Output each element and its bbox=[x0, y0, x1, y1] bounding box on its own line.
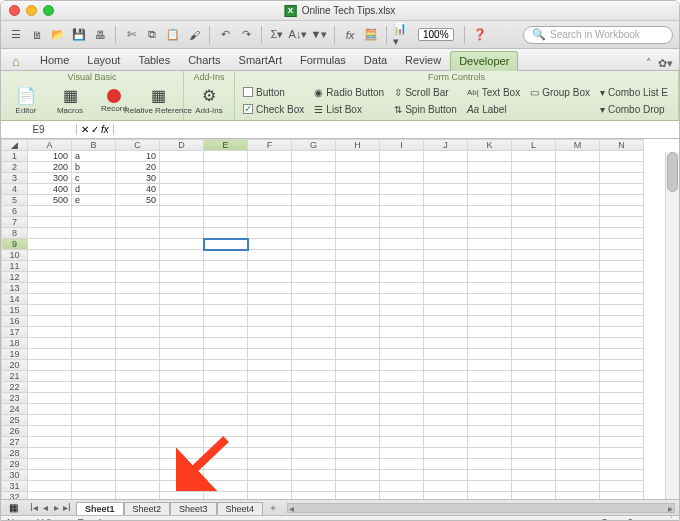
horizontal-scrollbar[interactable]: ◂ ▸ bbox=[287, 503, 675, 513]
button-control[interactable]: Button bbox=[239, 86, 308, 99]
row-header-10[interactable]: 10 bbox=[2, 250, 28, 261]
cell-K27[interactable] bbox=[468, 437, 512, 448]
cell-M10[interactable] bbox=[556, 250, 600, 261]
cell-B4[interactable]: d bbox=[72, 184, 116, 195]
cell-N24[interactable] bbox=[600, 404, 644, 415]
cell-C4[interactable]: 40 bbox=[116, 184, 160, 195]
cell-K11[interactable] bbox=[468, 261, 512, 272]
cell-A22[interactable] bbox=[28, 382, 72, 393]
cell-A32[interactable] bbox=[28, 492, 72, 500]
cell-M30[interactable] bbox=[556, 470, 600, 481]
ribbon-tab-charts[interactable]: Charts bbox=[179, 50, 229, 70]
open-icon[interactable]: 📂 bbox=[49, 26, 67, 44]
cell-F12[interactable] bbox=[248, 272, 292, 283]
cell-F18[interactable] bbox=[248, 338, 292, 349]
cell-N15[interactable] bbox=[600, 305, 644, 316]
cell-A12[interactable] bbox=[28, 272, 72, 283]
cell-D15[interactable] bbox=[160, 305, 204, 316]
cell-N8[interactable] bbox=[600, 228, 644, 239]
cell-I20[interactable] bbox=[380, 360, 424, 371]
cell-B31[interactable] bbox=[72, 481, 116, 492]
cell-K1[interactable] bbox=[468, 151, 512, 162]
cell-K6[interactable] bbox=[468, 206, 512, 217]
cell-G20[interactable] bbox=[292, 360, 336, 371]
cell-J25[interactable] bbox=[424, 415, 468, 426]
cell-D12[interactable] bbox=[160, 272, 204, 283]
cell-D16[interactable] bbox=[160, 316, 204, 327]
cell-I15[interactable] bbox=[380, 305, 424, 316]
row-header-1[interactable]: 1 bbox=[2, 151, 28, 162]
cell-A14[interactable] bbox=[28, 294, 72, 305]
cell-E16[interactable] bbox=[204, 316, 248, 327]
cell-D10[interactable] bbox=[160, 250, 204, 261]
ribbon-expand-icon[interactable]: ˄ bbox=[646, 57, 652, 70]
col-header-G[interactable]: G bbox=[292, 140, 336, 151]
cell-I26[interactable] bbox=[380, 426, 424, 437]
col-header-K[interactable]: K bbox=[468, 140, 512, 151]
cell-B17[interactable] bbox=[72, 327, 116, 338]
cell-N28[interactable] bbox=[600, 448, 644, 459]
cell-F17[interactable] bbox=[248, 327, 292, 338]
ribbon-tab-layout[interactable]: Layout bbox=[78, 50, 129, 70]
cell-N22[interactable] bbox=[600, 382, 644, 393]
relative-reference-button[interactable]: ▦Relative Reference bbox=[137, 84, 179, 118]
cell-F5[interactable] bbox=[248, 195, 292, 206]
row-header-16[interactable]: 16 bbox=[2, 316, 28, 327]
cell-D13[interactable] bbox=[160, 283, 204, 294]
cell-G26[interactable] bbox=[292, 426, 336, 437]
cell-C24[interactable] bbox=[116, 404, 160, 415]
cell-E9[interactable] bbox=[204, 239, 248, 250]
cell-M29[interactable] bbox=[556, 459, 600, 470]
row-header-15[interactable]: 15 bbox=[2, 305, 28, 316]
cell-G4[interactable] bbox=[292, 184, 336, 195]
cell-K14[interactable] bbox=[468, 294, 512, 305]
cell-J19[interactable] bbox=[424, 349, 468, 360]
cell-E29[interactable] bbox=[204, 459, 248, 470]
col-header-J[interactable]: J bbox=[424, 140, 468, 151]
cell-M20[interactable] bbox=[556, 360, 600, 371]
cell-K5[interactable] bbox=[468, 195, 512, 206]
cell-J29[interactable] bbox=[424, 459, 468, 470]
cell-G32[interactable] bbox=[292, 492, 336, 500]
cell-G5[interactable] bbox=[292, 195, 336, 206]
cell-A17[interactable] bbox=[28, 327, 72, 338]
cell-H10[interactable] bbox=[336, 250, 380, 261]
col-header-M[interactable]: M bbox=[556, 140, 600, 151]
cell-B15[interactable] bbox=[72, 305, 116, 316]
cell-G1[interactable] bbox=[292, 151, 336, 162]
cell-F20[interactable] bbox=[248, 360, 292, 371]
cell-C13[interactable] bbox=[116, 283, 160, 294]
cell-K30[interactable] bbox=[468, 470, 512, 481]
cell-N1[interactable] bbox=[600, 151, 644, 162]
cell-L6[interactable] bbox=[512, 206, 556, 217]
cell-D30[interactable] bbox=[160, 470, 204, 481]
cell-E13[interactable] bbox=[204, 283, 248, 294]
cell-E2[interactable] bbox=[204, 162, 248, 173]
cell-L10[interactable] bbox=[512, 250, 556, 261]
row-header-4[interactable]: 4 bbox=[2, 184, 28, 195]
cell-I29[interactable] bbox=[380, 459, 424, 470]
autosum-icon[interactable]: Σ▾ bbox=[268, 26, 286, 44]
cell-H7[interactable] bbox=[336, 217, 380, 228]
cell-N10[interactable] bbox=[600, 250, 644, 261]
cell-I28[interactable] bbox=[380, 448, 424, 459]
cell-E32[interactable] bbox=[204, 492, 248, 500]
cell-L26[interactable] bbox=[512, 426, 556, 437]
macros-button[interactable]: ▦Macros bbox=[49, 84, 91, 118]
cell-I8[interactable] bbox=[380, 228, 424, 239]
cell-A24[interactable] bbox=[28, 404, 72, 415]
cell-E20[interactable] bbox=[204, 360, 248, 371]
cell-N6[interactable] bbox=[600, 206, 644, 217]
cell-N13[interactable] bbox=[600, 283, 644, 294]
col-header-F[interactable]: F bbox=[248, 140, 292, 151]
cell-K31[interactable] bbox=[468, 481, 512, 492]
cell-G11[interactable] bbox=[292, 261, 336, 272]
scroll-thumb[interactable] bbox=[667, 152, 678, 192]
cell-M2[interactable] bbox=[556, 162, 600, 173]
cell-D6[interactable] bbox=[160, 206, 204, 217]
cell-H22[interactable] bbox=[336, 382, 380, 393]
cell-K26[interactable] bbox=[468, 426, 512, 437]
cell-C28[interactable] bbox=[116, 448, 160, 459]
window-close-button[interactable] bbox=[9, 5, 20, 16]
cell-F13[interactable] bbox=[248, 283, 292, 294]
